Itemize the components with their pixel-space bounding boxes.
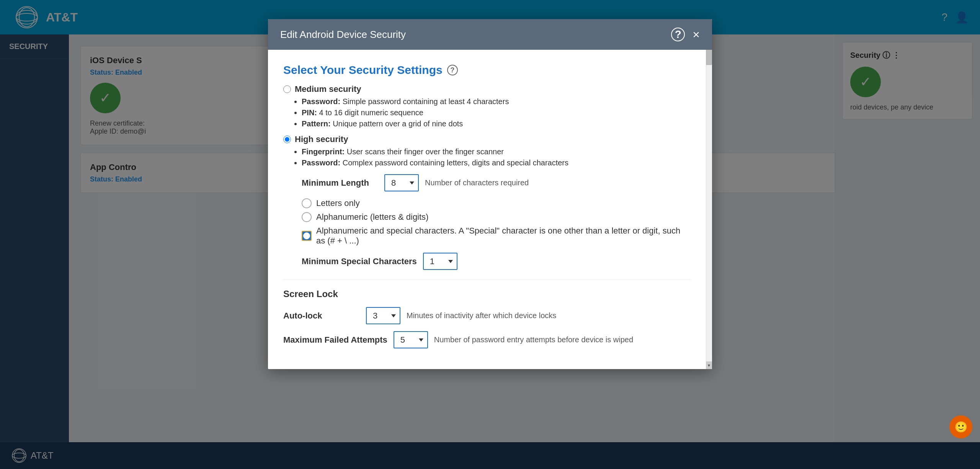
high-bullet-fingerprint-bold: Fingerprint:: [302, 147, 345, 156]
medium-bullet-pin-text: 4 to 16 digit numeric sequence: [319, 108, 423, 117]
modal-dialog: Edit Android Device Security ? × ▲ ▼ Sel…: [268, 19, 712, 369]
high-security-bullets: Fingerprint: User scans their finger ove…: [302, 147, 691, 167]
screen-lock-title: Screen Lock: [283, 289, 691, 299]
medium-security-radio[interactable]: [283, 85, 291, 93]
medium-bullet-pattern-text: Unique pattern over a grid of nine dots: [333, 119, 463, 128]
modal-header-actions: ? ×: [671, 28, 700, 41]
high-bullet-fingerprint: Fingerprint: User scans their finger ove…: [302, 147, 691, 156]
alphanumeric-label: Alphanumeric (letters & digits): [316, 212, 428, 222]
letters-only-radio[interactable]: [302, 198, 312, 208]
high-bullet-password-bold: Password:: [302, 159, 340, 167]
auto-lock-label: Auto-lock: [283, 311, 360, 321]
scroll-thumb[interactable]: [706, 50, 712, 65]
alphanumeric-special-option[interactable]: Alphanumeric and special characters. A "…: [302, 226, 691, 246]
minimum-special-row: Minimum Special Characters 1: [302, 253, 691, 270]
max-failed-row: Maximum Failed Attempts 5 Number of pass…: [283, 331, 691, 348]
medium-bullet-password-text: Simple password containing at least 4 ch…: [343, 97, 509, 106]
medium-bullet-pin-bold: PIN:: [302, 108, 317, 117]
alphanumeric-option[interactable]: Alphanumeric (letters & digits): [302, 212, 691, 222]
minimum-special-select[interactable]: 1: [423, 253, 457, 270]
modal-help-button[interactable]: ?: [671, 28, 685, 41]
minimum-length-select[interactable]: 8: [384, 174, 419, 191]
modal-header: Edit Android Device Security ? ×: [268, 19, 712, 50]
section-title-text: Select Your Security Settings: [283, 64, 443, 77]
scroll-down-arrow[interactable]: ▼: [706, 361, 712, 369]
auto-lock-row: Auto-lock 3 Minutes of inactivity after …: [283, 307, 691, 324]
alphanumeric-special-label: Alphanumeric and special characters. A "…: [316, 226, 691, 246]
minimum-special-label: Minimum Special Characters: [302, 257, 417, 266]
medium-security-label[interactable]: Medium security: [295, 84, 361, 94]
auto-lock-hint: Minutes of inactivity after which device…: [407, 311, 556, 320]
medium-security-option: Medium security: [283, 84, 691, 94]
auto-lock-select[interactable]: 3: [366, 307, 400, 324]
medium-bullet-password-bold: Password:: [302, 97, 340, 106]
modal-close-button[interactable]: ×: [693, 28, 700, 41]
section-divider: [283, 279, 691, 279]
max-failed-hint: Number of password entry attempts before…: [434, 335, 633, 344]
password-type-group: Letters only Alphanumeric (letters & dig…: [302, 198, 691, 246]
modal-scrollbar[interactable]: ▲ ▼: [706, 50, 712, 369]
modal-body: Select Your Security Settings ? Medium s…: [268, 50, 712, 369]
high-security-option: High security: [283, 134, 691, 144]
medium-bullet-pattern-bold: Pattern:: [302, 119, 331, 128]
minimum-length-label: Minimum Length: [302, 178, 378, 188]
high-security-radio[interactable]: [283, 136, 291, 143]
minimum-length-row: Minimum Length 8 Number of characters re…: [302, 174, 691, 191]
max-failed-label: Maximum Failed Attempts: [283, 335, 387, 345]
letters-only-label: Letters only: [316, 198, 360, 208]
high-bullet-password: Password: Complex password containing le…: [302, 159, 691, 167]
chat-bubble-button[interactable]: 🙂: [949, 415, 972, 438]
alphanumeric-radio[interactable]: [302, 212, 312, 222]
modal-overlay[interactable]: Edit Android Device Security ? × ▲ ▼ Sel…: [0, 0, 980, 469]
letters-only-option[interactable]: Letters only: [302, 198, 691, 208]
high-bullet-fingerprint-text: User scans their finger over the finger …: [347, 147, 504, 156]
alphanumeric-special-radio[interactable]: [302, 231, 312, 241]
modal-title: Edit Android Device Security: [280, 29, 406, 41]
chat-bubble-icon: 🙂: [954, 421, 968, 433]
section-title-container: Select Your Security Settings ?: [283, 64, 691, 77]
high-bullet-password-text: Complex password containing letters, dig…: [343, 159, 568, 167]
medium-bullet-pattern: Pattern: Unique pattern over a grid of n…: [302, 119, 691, 128]
medium-security-bullets: Password: Simple password containing at …: [302, 97, 691, 128]
max-failed-select[interactable]: 5: [394, 331, 428, 348]
high-security-details: Minimum Length 8 Number of characters re…: [302, 174, 691, 270]
medium-bullet-pin: PIN: 4 to 16 digit numeric sequence: [302, 108, 691, 117]
minimum-length-hint: Number of characters required: [425, 178, 529, 187]
medium-bullet-password: Password: Simple password containing at …: [302, 97, 691, 106]
section-help-icon[interactable]: ?: [447, 65, 458, 75]
high-security-label[interactable]: High security: [295, 134, 348, 144]
